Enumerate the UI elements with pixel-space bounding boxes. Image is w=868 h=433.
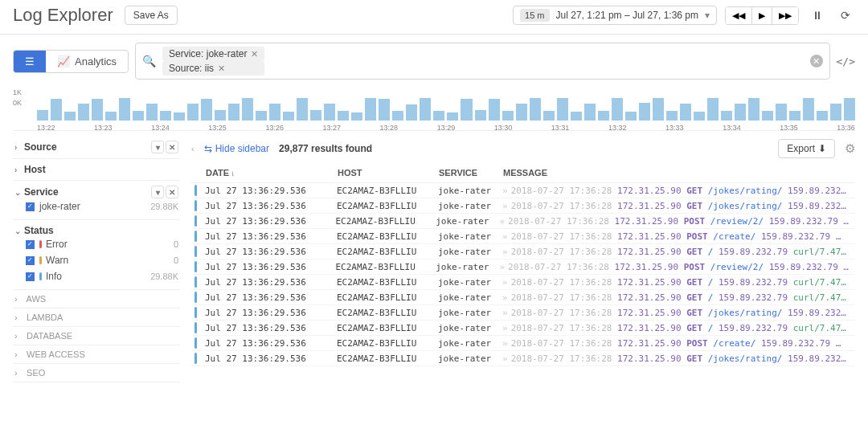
facet-collapsed[interactable]: › SEO bbox=[13, 364, 180, 382]
histogram-bar[interactable] bbox=[489, 99, 500, 121]
histogram-bar[interactable] bbox=[844, 98, 855, 121]
remove-chip-icon[interactable]: ✕ bbox=[251, 49, 258, 59]
play-button[interactable]: ▶ bbox=[752, 7, 772, 24]
histogram-bar[interactable] bbox=[201, 99, 212, 121]
histogram-bar[interactable] bbox=[543, 111, 555, 121]
histogram-bar[interactable] bbox=[557, 98, 568, 121]
checkbox-icon[interactable] bbox=[26, 202, 35, 211]
histogram-bar[interactable] bbox=[666, 111, 678, 121]
histogram-bar[interactable] bbox=[803, 98, 814, 121]
pause-icon[interactable]: ⏸ bbox=[807, 6, 828, 25]
histogram-bar[interactable] bbox=[571, 112, 582, 121]
search-bar[interactable]: 🔍 Service: joke-rater✕Source: iis✕ ✕ bbox=[135, 43, 829, 80]
histogram-bar[interactable] bbox=[228, 104, 240, 121]
table-row[interactable]: Jul 27 13:36:29.536EC2AMAZ-B3FLLIUjoke-r… bbox=[191, 321, 855, 336]
histogram-bar[interactable] bbox=[530, 98, 541, 121]
histogram-bar[interactable] bbox=[625, 112, 637, 121]
table-row[interactable]: Jul 27 13:36:29.536EC2AMAZ-B3FLLIUjoke-r… bbox=[191, 351, 855, 366]
filter-chip[interactable]: Service: joke-rater✕ bbox=[162, 47, 264, 61]
histogram-bar[interactable] bbox=[516, 104, 527, 121]
histogram-bar[interactable] bbox=[338, 111, 349, 121]
code-view-toggle[interactable]: </> bbox=[837, 55, 855, 67]
histogram-bar[interactable] bbox=[269, 104, 280, 121]
histogram-bar[interactable] bbox=[406, 104, 417, 121]
refresh-icon[interactable]: ⟳ bbox=[836, 6, 855, 25]
histogram-bar[interactable] bbox=[680, 104, 691, 121]
table-row[interactable]: Jul 27 13:36:29.536EC2AMAZ-B3FLLIUjoke-r… bbox=[191, 275, 855, 290]
histogram-bar[interactable] bbox=[789, 111, 800, 121]
histogram-bar[interactable] bbox=[133, 111, 144, 121]
col-service-header[interactable]: SERVICE bbox=[439, 168, 503, 178]
histogram-bar[interactable] bbox=[694, 112, 705, 121]
filter-chip[interactable]: Source: iis✕ bbox=[162, 61, 264, 76]
table-row[interactable]: Jul 27 13:36:29.536EC2AMAZ-B3FLLIUjoke-r… bbox=[191, 290, 855, 305]
col-date-header[interactable]: DATE↓ bbox=[206, 168, 338, 178]
close-facet-button[interactable]: ✕ bbox=[166, 141, 178, 153]
facet-item[interactable]: joke-rater29.88K bbox=[14, 198, 178, 214]
histogram-bar[interactable] bbox=[817, 111, 828, 121]
histogram-bar[interactable] bbox=[598, 111, 609, 121]
histogram-bar[interactable] bbox=[351, 112, 362, 121]
histogram-bar[interactable] bbox=[762, 111, 773, 121]
remove-chip-icon[interactable]: ✕ bbox=[218, 63, 225, 74]
histogram-bar[interactable] bbox=[653, 98, 664, 121]
table-row[interactable]: Jul 27 13:36:29.536EC2AMAZ-B3FLLIUjoke-r… bbox=[191, 229, 855, 244]
histogram-bar[interactable] bbox=[215, 110, 226, 121]
facet-item[interactable]: Info29.88K bbox=[14, 268, 178, 284]
histogram-bar[interactable] bbox=[433, 111, 444, 121]
histogram-bar[interactable] bbox=[242, 98, 253, 121]
analytics-view-button[interactable]: 📈Analytics bbox=[46, 51, 128, 72]
histogram-bar[interactable] bbox=[256, 111, 267, 121]
histogram-bar[interactable] bbox=[160, 111, 171, 121]
clear-search-button[interactable]: ✕ bbox=[810, 55, 823, 67]
facet-host-header[interactable]: › Host bbox=[14, 164, 178, 175]
histogram-bar[interactable] bbox=[105, 112, 117, 121]
checkbox-icon[interactable] bbox=[26, 240, 35, 249]
forward-button[interactable]: ▶▶ bbox=[772, 7, 798, 24]
table-row[interactable]: Jul 27 13:36:29.536EC2AMAZ-B3FLLIUjoke-r… bbox=[191, 244, 855, 259]
table-row[interactable]: Jul 27 13:36:29.536EC2AMAZ-B3FLLIUjoke-r… bbox=[191, 336, 855, 351]
collapse-icon[interactable]: ‹ bbox=[191, 144, 194, 153]
filter-icon[interactable]: ▾ bbox=[151, 186, 164, 198]
gear-icon[interactable]: ⚙ bbox=[845, 141, 855, 156]
histogram-bar[interactable] bbox=[324, 104, 335, 121]
histogram-bar[interactable] bbox=[475, 110, 486, 121]
histogram-bar[interactable] bbox=[187, 104, 199, 121]
facet-collapsed[interactable]: › AWS bbox=[13, 290, 180, 308]
histogram-bar[interactable] bbox=[297, 98, 308, 121]
histogram-bar[interactable] bbox=[310, 110, 321, 121]
histogram-bar[interactable] bbox=[748, 98, 760, 121]
list-view-button[interactable]: ☰ bbox=[14, 51, 46, 72]
hide-sidebar-button[interactable]: ⇆ Hide sidebar bbox=[204, 143, 269, 154]
histogram-bar[interactable] bbox=[447, 112, 458, 121]
histogram-bar[interactable] bbox=[776, 104, 787, 121]
histogram-bar[interactable] bbox=[78, 104, 89, 121]
table-row[interactable]: Jul 27 13:36:29.536EC2AMAZ-B3FLLIUjoke-r… bbox=[191, 214, 855, 229]
facet-collapsed[interactable]: › LAMBDA bbox=[13, 308, 180, 327]
table-row[interactable]: Jul 27 13:36:29.536EC2AMAZ-B3FLLIUjoke-r… bbox=[191, 198, 855, 214]
col-host-header[interactable]: HOST bbox=[338, 168, 439, 178]
facet-collapsed[interactable]: › WEB ACCESS bbox=[13, 345, 180, 364]
filter-icon[interactable]: ▾ bbox=[151, 141, 164, 153]
histogram-bar[interactable] bbox=[379, 99, 390, 121]
histogram-bar[interactable] bbox=[392, 111, 403, 121]
histogram-bar[interactable] bbox=[64, 112, 76, 121]
time-range-picker[interactable]: 15 m Jul 27, 1:21 pm – Jul 27, 1:36 pm ▾ bbox=[513, 6, 717, 25]
facet-item[interactable]: Error0 bbox=[14, 236, 178, 252]
histogram-bar[interactable] bbox=[735, 104, 746, 121]
histogram-bar[interactable] bbox=[461, 99, 472, 121]
histogram-bar[interactable] bbox=[51, 99, 62, 121]
histogram-bar[interactable] bbox=[365, 98, 376, 121]
histogram-bar[interactable] bbox=[37, 110, 48, 121]
histogram-bar[interactable] bbox=[119, 98, 130, 121]
histogram-bar[interactable] bbox=[707, 98, 719, 121]
export-button[interactable]: Export⬇ bbox=[778, 139, 835, 158]
facet-item[interactable]: Warn0 bbox=[14, 252, 178, 268]
histogram-bar[interactable] bbox=[283, 112, 294, 121]
facet-source-header[interactable]: › Source ▾✕ bbox=[14, 141, 178, 153]
facet-service-header[interactable]: ⌄ Service ▾✕ bbox=[14, 186, 178, 198]
histogram-chart[interactable]: 1K 0K 13:2213:2313:2413:2513:2613:2713:2… bbox=[13, 89, 855, 131]
histogram-bar[interactable] bbox=[174, 112, 185, 121]
save-as-button[interactable]: Save As bbox=[125, 6, 178, 25]
facet-status-header[interactable]: ⌄ Status bbox=[14, 225, 178, 236]
